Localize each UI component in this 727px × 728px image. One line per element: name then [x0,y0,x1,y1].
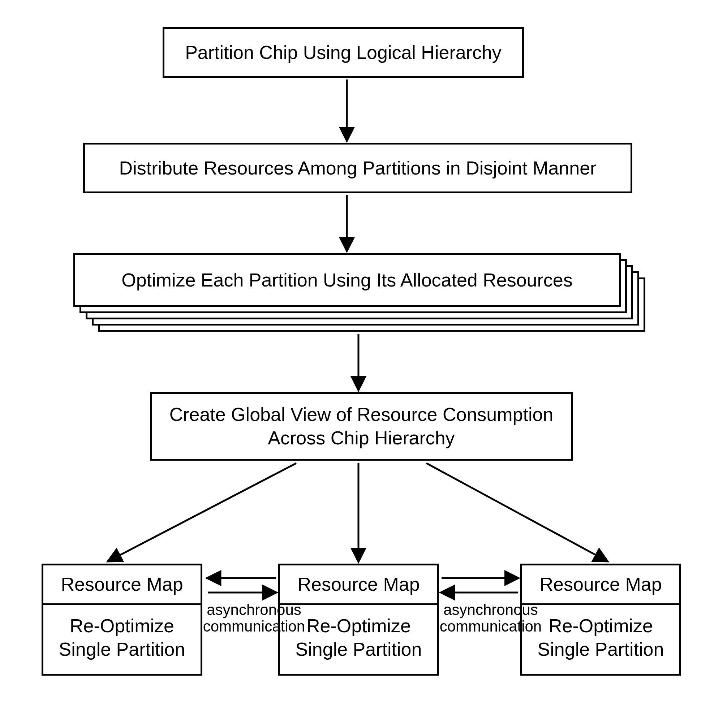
step-optimize-each-partition: Optimize Each Partition Using Its Alloca… [73,253,621,307]
step-partition-chip: Partition Chip Using Logical Hierarchy [162,27,524,78]
partition-top-cell: Resource Map [280,566,437,605]
partition-bottom-text: Re-OptimizeSingle Partition [295,614,422,661]
async-label-right: asynchronouscommunication [438,601,543,635]
step-1-text: Partition Chip Using Logical Hierarchy [185,41,502,64]
partition-bottom-cell: Re-OptimizeSingle Partition [43,605,200,670]
step-distribute-resources: Distribute Resources Among Partitions in… [83,143,632,193]
partition-box-right: Resource Map Re-OptimizeSingle Partition [520,564,681,676]
async-label-text: asynchronouscommunication [203,601,305,635]
partition-bottom-text: Re-OptimizeSingle Partition [538,614,664,661]
partition-bottom-cell: Re-OptimizeSingle Partition [522,605,679,670]
step-3-text: Optimize Each Partition Using Its Alloca… [121,268,573,292]
svg-line-3 [109,463,296,561]
async-label-text: asynchronouscommunication [440,601,542,635]
partition-top-text: Resource Map [297,573,419,596]
step-global-view: Create Global View of Resource Consumpti… [150,392,573,460]
partition-top-text: Resource Map [539,573,661,596]
partition-top-text: Resource Map [61,573,183,596]
flow-diagram: Partition Chip Using Logical Hierarchy D… [0,0,727,728]
partition-bottom-text: Re-OptimizeSingle Partition [59,614,185,661]
step-4-text: Create Global View of Resource Consumpti… [170,403,554,450]
async-label-left: asynchronouscommunication [202,601,306,635]
partition-top-cell: Resource Map [43,566,200,605]
step-2-text: Distribute Resources Among Partitions in… [119,156,597,180]
partition-box-left: Resource Map Re-OptimizeSingle Partition [41,564,202,676]
partition-top-cell: Resource Map [522,566,679,605]
svg-line-5 [426,463,607,561]
